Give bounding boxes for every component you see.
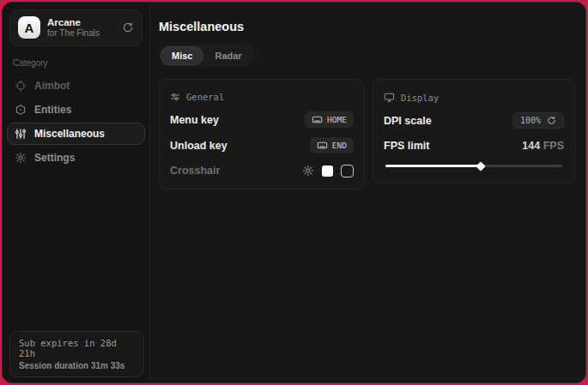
main-content: Miscellaneous Misc Radar General Menu ke…	[150, 3, 585, 382]
fps-unit: FPS	[543, 140, 564, 152]
fps-slider-fill	[385, 165, 481, 167]
unload-key-value: END	[332, 141, 347, 150]
app-window: A Arcane for The Finals Category Aimbot	[2, 2, 586, 383]
dpi-scale-row: DPI scale 100%	[384, 112, 564, 129]
tab-radar[interactable]: Radar	[204, 47, 252, 64]
tab-misc[interactable]: Misc	[161, 47, 203, 64]
sidebar-item-entities[interactable]: Entities	[7, 99, 145, 121]
sidebar-item-label: Miscellaneous	[34, 128, 105, 140]
sidebar-item-label: Entities	[34, 104, 71, 116]
crosshair-color-swatch[interactable]	[322, 165, 333, 177]
fps-number: 144	[522, 140, 540, 152]
entities-icon	[15, 104, 27, 116]
crosshair-label: Crosshair	[170, 165, 220, 177]
dpi-scale-control[interactable]: 100%	[512, 112, 564, 129]
subscription-box: Sub expires in 28d 21h Session duration …	[9, 331, 144, 377]
crosshair-settings-gear-icon[interactable]	[302, 165, 314, 177]
session-duration-text: Session duration 31m 33s	[19, 361, 135, 370]
fps-limit-label: FPS limit	[384, 140, 429, 152]
sliders-icon	[15, 128, 27, 140]
crosshair-checkbox[interactable]	[341, 165, 354, 177]
crosshair-row: Crosshair	[170, 163, 354, 178]
crosshair-controls	[302, 165, 354, 177]
dpi-scale-value: 100%	[520, 116, 541, 125]
unload-key-label: Unload key	[170, 140, 227, 152]
fps-slider[interactable]	[385, 165, 562, 167]
fps-slider-thumb[interactable]	[476, 161, 486, 171]
general-card: General Menu key HOME Unload key	[159, 79, 365, 189]
sidebar-item-miscellaneous[interactable]: Miscellaneous	[7, 123, 145, 145]
brand-subtitle: for The Finals	[47, 28, 115, 39]
sidebar-nav: Aimbot Entities Miscellaneous	[3, 75, 149, 169]
dpi-scale-label: DPI scale	[384, 115, 432, 127]
unload-key-row: Unload key END	[170, 137, 354, 153]
sub-expiry-text: Sub expires in 28d 21h	[19, 338, 135, 358]
sidebar-item-label: Settings	[34, 152, 75, 164]
menu-key-value: HOME	[327, 115, 347, 124]
sidebar-item-aimbot[interactable]: Aimbot	[7, 75, 145, 97]
keyboard-icon	[317, 140, 328, 151]
keyboard-icon	[312, 114, 323, 125]
display-card-header: Display	[384, 92, 564, 103]
sync-icon[interactable]	[122, 21, 134, 33]
sidebar: A Arcane for The Finals Category Aimbot	[3, 3, 150, 382]
crosshair-icon	[15, 80, 27, 92]
display-card-title: Display	[401, 93, 439, 103]
menu-key-label: Menu key	[170, 114, 219, 126]
brand-text: Arcane for The Finals	[47, 16, 115, 39]
fps-limit-value: 144 FPS	[522, 140, 564, 152]
general-card-header: General	[170, 92, 354, 102]
unload-key-binding[interactable]: END	[310, 137, 354, 153]
cards-row: General Menu key HOME Unload key	[159, 79, 577, 189]
gear-icon	[15, 152, 27, 164]
brand-logo: A	[18, 16, 40, 39]
refresh-icon[interactable]	[547, 116, 556, 125]
sidebar-item-label: Aimbot	[34, 80, 70, 92]
category-label: Category	[13, 58, 139, 68]
brand-card: A Arcane for The Finals	[9, 9, 142, 46]
monitor-icon	[384, 92, 395, 103]
sidebar-item-settings[interactable]: Settings	[7, 147, 145, 169]
general-icon	[170, 92, 180, 102]
brand-title: Arcane	[47, 16, 115, 28]
display-card: Display DPI scale 100% FPS limit	[373, 79, 575, 183]
fps-limit-row: FPS limit 144 FPS	[384, 138, 564, 153]
menu-key-row: Menu key HOME	[170, 111, 354, 128]
page-title: Miscellaneous	[159, 20, 577, 33]
general-card-title: General	[186, 92, 224, 102]
menu-key-binding[interactable]: HOME	[305, 111, 354, 128]
tab-group: Misc Radar	[159, 45, 255, 67]
